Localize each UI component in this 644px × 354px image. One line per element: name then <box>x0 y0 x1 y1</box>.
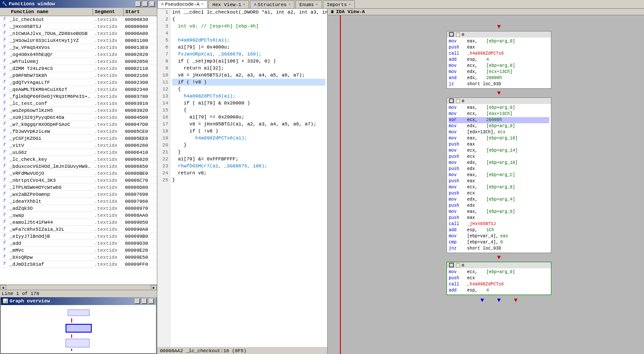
tab-pseudocode-a[interactable]: A Pseudocode-A × <box>157 0 208 8</box>
function-list-item[interactable]: f _lc_test_conf .textidx 00003910 <box>0 100 157 107</box>
function-list-item[interactable]: f _w7_k9ggqrmXOOpHFSAoC .textidx 000047D… <box>0 121 157 128</box>
code-line: h4a098ZdPCTs6(a1); <box>172 37 325 44</box>
func-segment: .textidx <box>93 248 124 253</box>
ida-content[interactable]: ▼ 🔲 📋 ⚙ moveax,[ebp+arg_0] pusheax <box>328 15 644 354</box>
imports-tab-label: Imports <box>327 2 347 7</box>
arrow-bot: ▼ <box>358 254 640 261</box>
enums-tab-close[interactable]: × <box>315 3 318 7</box>
b3r1-instr: mov <box>449 269 465 275</box>
function-list-item[interactable]: f _fglKbQP66FDeDjYRq3tM6PeIS••• .textidx… <box>0 93 157 100</box>
arrow-mid: ▼ <box>358 90 640 97</box>
functions-hscroll[interactable]: ◄ ► <box>0 285 157 290</box>
b2r22-op2: eax <box>500 233 508 239</box>
b2r15-op1: ecx <box>467 191 485 197</box>
function-list-item[interactable]: f _jHSowlUr6S3ciuX4tHytjYZ .textidx 0000… <box>0 37 157 44</box>
code-line: { <box>172 86 325 93</box>
function-list-item[interactable]: f _woZepGowTlKzH5 .textidx 00003920 <box>0 107 157 114</box>
func-name: _fglKbQP66FDeDjYRq3tM6PeIS••• <box>9 94 93 99</box>
func-start: 00008970 <box>124 206 157 211</box>
tab-enums[interactable]: Enums × <box>295 0 322 8</box>
code-line: a1[79] ^= 0x20000u; <box>172 114 325 121</box>
function-list-item[interactable]: f _dJmDIzS81af .textidx 00009FF0 <box>0 261 157 268</box>
function-list-item[interactable]: f _yCSFjKZOGi .textidx 00005EE0 <box>0 135 157 142</box>
func-icon: f <box>0 129 9 134</box>
func-name: _og4O0x64hhEqQr <box>9 52 93 57</box>
graph-close-btn[interactable]: × <box>148 298 154 304</box>
block2-body: moveax,[ebp+arg_0] movecx,[eax+13Ch] xor… <box>447 104 551 253</box>
graph-overview-titlebar: 📊 Graph overview _ □ × <box>1 297 156 305</box>
function-list-item[interactable]: f _bduxcocVGIHOd_lmJnIGUvyHW9••• .textid… <box>0 163 157 170</box>
hex-tab-close[interactable]: × <box>243 3 245 7</box>
func-icon: f <box>0 262 9 267</box>
functions-close-btn[interactable]: × <box>149 1 155 7</box>
func-name: _add <box>9 241 93 246</box>
graph-overview-title: Graph overview <box>10 298 50 304</box>
b2r2-instr: mov <box>449 111 465 117</box>
function-list-item[interactable]: f _lTPLNSWeHOYcWtwbG .textidx 00006D80 <box>0 184 157 191</box>
b2r10-op2: [ebp+arg_10] <box>486 160 518 166</box>
tab-imports[interactable]: Imports × <box>323 0 355 8</box>
code-line: fxJanORpX(a1, _SG88670, 169); <box>172 51 325 58</box>
function-list-item[interactable]: f _fDJwVVpKziLeW .textidx 00005CE0 <box>0 128 157 135</box>
line-number: 18 <box>157 128 168 135</box>
func-name: _lc_check_key <box>9 157 93 162</box>
function-list-item[interactable]: f _jw_VFmqS4XVos .textidx 000013E0 <box>0 44 157 51</box>
function-list-item[interactable]: f _qeAWMLTEKM94CuiX6zT .textidx 00002340 <box>0 86 157 93</box>
graph-maximize-btn[interactable]: □ <box>141 298 147 304</box>
function-list-item[interactable]: f _vitV .textidx 00006260 <box>0 142 157 149</box>
imports-tab-close[interactable]: × <box>349 3 351 7</box>
function-list-item[interactable]: f _wx2aBZPeOamnp .textidx 00007690 <box>0 191 157 198</box>
b2r24-op1: short loc_93D <box>467 246 501 252</box>
func-icon: f <box>0 248 9 253</box>
function-list-item[interactable]: f _wFa7c8hx5IZaia_X2L .textidx 000090A0 <box>0 226 157 233</box>
tab-structures[interactable]: A Structures × <box>250 0 294 8</box>
line-number: 12 <box>157 86 168 93</box>
struct-tab-close[interactable]: × <box>288 3 291 7</box>
function-list-item[interactable]: f _mMVc .textidx 00009E20 <box>0 247 157 254</box>
functions-minimize-btn[interactable]: _ <box>135 1 141 7</box>
function-list-item[interactable]: f _nICWUAJlvx_7DUa_ZD88seBOSB .textidx 0… <box>0 30 157 37</box>
func-segment: .textidx <box>93 115 124 120</box>
tab-hex-view[interactable]: Hex View-1 × <box>208 0 249 8</box>
func-name: _wx2aBZPeOamnp <box>9 192 93 197</box>
b2r10-op1: edx, <box>467 160 485 166</box>
b2r18-op2: [ebp+arg_0] <box>486 209 515 215</box>
function-list-item[interactable]: f _nbrtptCVo4X_3K3 .textidx 00006C70 <box>0 177 157 184</box>
block2-icon3: ⚙ <box>462 98 464 104</box>
function-list-item[interactable]: f _vRFdMwVUOjO .textidx 00006BE0 <box>0 170 157 177</box>
func-segment: .textidx <box>93 220 124 225</box>
func-name: _fDJwVVpKziLeW <box>9 129 93 134</box>
pseudocode-tab-close[interactable]: × <box>201 2 204 7</box>
func-segment: .textidx <box>93 185 124 190</box>
code-content[interactable]: int __cdecl lc_checkout(_DWORD *a1, int … <box>170 9 327 347</box>
b1r7-instr: and <box>449 75 465 81</box>
function-list-item[interactable]: f _dZMM T24Lz94cS .textidx 00002110 <box>0 65 157 72</box>
b2r16-instr: mov <box>449 197 465 203</box>
function-list-item[interactable]: f _adZqk3O .textidx 00008970 <box>0 205 157 212</box>
function-list-item[interactable]: f _eamolJ5t41FW44 .textidx 00009050 <box>0 219 157 226</box>
function-list-item[interactable]: f _og4O0x64hhEqQr .textidx 00002020 <box>0 51 157 58</box>
func-icon: f <box>0 101 9 106</box>
function-list-item[interactable]: f _swap .textidx 00008AA0 <box>0 212 157 219</box>
b1r1-instr: mov <box>449 38 465 45</box>
function-list-item[interactable]: f _jHxn05BTSJ .textidx 00000980 <box>0 23 157 30</box>
functions-maximize-btn[interactable]: □ <box>142 1 148 7</box>
b2r12-op2: [ebp+arg_C] <box>486 172 515 178</box>
function-list-item[interactable]: f _whTulUemj .textidx 00002050 <box>0 58 157 65</box>
graph-minimize-btn[interactable]: _ <box>134 298 140 304</box>
b2r3-op2: 20000h <box>486 117 502 123</box>
function-list-item[interactable]: f _ideaYXhblt .textidx 00007960 <box>0 198 157 205</box>
function-list-item[interactable]: f _lc_check_key .textidx 00006820 <box>0 156 157 163</box>
code-line: int v8; // [esp+4h] [ebp-4h] <box>172 23 325 30</box>
block2-icon1: 🔲 <box>449 98 454 104</box>
function-list-item[interactable]: f _eIyyJ7lBnOdjB .textidx 000099B0 <box>0 233 157 240</box>
function-list-item[interactable]: f _add .textidx 00009D30 <box>0 240 157 247</box>
function-list-item[interactable]: f _sU9j329jPyyqDGt4Oa .textidx 00004500 <box>0 114 157 121</box>
function-list-item[interactable]: f _uLG6z .textidx 00006410 <box>0 149 157 156</box>
function-list-item[interactable]: f _lc_checkout .textidx 00000830 <box>0 16 157 23</box>
function-list-item[interactable]: f _gdQTvYAgaLLTF .textidx 00002300 <box>0 79 157 86</box>
func-segment: .textidx <box>93 157 124 162</box>
block1-icon1: 🔲 <box>449 32 454 37</box>
function-list-item[interactable]: f _bXsQRpw .textidx 00009E50 <box>0 254 157 261</box>
function-list-item[interactable]: f _p9RFNhW7SK8h .textidx 00002160 <box>0 72 157 79</box>
